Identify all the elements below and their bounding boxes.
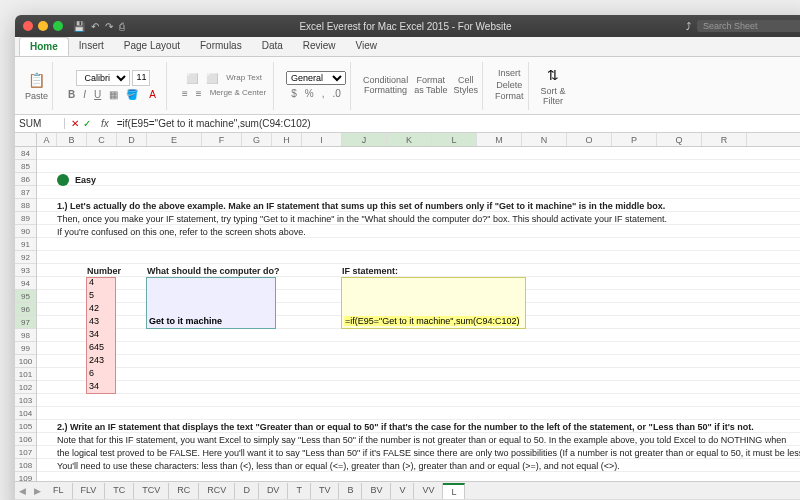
number-cell[interactable]: 42 [89,303,99,313]
border-button[interactable]: ▦ [106,88,121,101]
column-header[interactable]: P [612,133,657,146]
font-size-select[interactable]: 11 [132,70,150,86]
column-header[interactable]: F [202,133,242,146]
minimize-icon[interactable] [38,21,48,31]
search-sheet-input[interactable]: Search Sheet [697,20,800,32]
row-header[interactable]: 104 [15,407,36,420]
currency-icon[interactable]: $ [288,87,300,100]
cancel-formula-icon[interactable]: ✕ [71,118,79,129]
row-header[interactable]: 93 [15,264,36,277]
number-cell[interactable]: 243 [89,355,104,365]
row-header[interactable]: 94 [15,277,36,290]
row-header[interactable]: 101 [15,368,36,381]
paste-icon[interactable]: 📋 [27,70,47,90]
share-icon[interactable]: ⤴ [686,21,691,32]
row-header[interactable]: 107 [15,446,36,459]
row-header[interactable]: 92 [15,251,36,264]
font-name-select[interactable]: Calibri [76,70,130,86]
sort-filter-button[interactable]: Sort & Filter [541,87,566,107]
align-left-icon[interactable]: ≡ [179,87,191,100]
formula-input[interactable]: =if(E95="Get to it machine",sum(C94:C102… [113,118,800,129]
row-header[interactable]: 98 [15,329,36,342]
maximize-icon[interactable] [53,21,63,31]
row-header[interactable]: 103 [15,394,36,407]
row-header[interactable]: 91 [15,238,36,251]
row-header[interactable]: 109 [15,472,36,481]
sheet-tab[interactable]: B [339,483,362,499]
row-header[interactable]: 95 [15,290,36,303]
row-header[interactable]: 85 [15,160,36,173]
conditional-formatting-button[interactable]: Conditional Formatting [363,76,408,96]
save-icon[interactable]: 💾 [73,21,85,32]
cell-styles-button[interactable]: Cell Styles [453,76,478,96]
comma-icon[interactable]: , [319,87,328,100]
sheet-tab[interactable]: BV [362,483,391,499]
tab-nav-prev[interactable]: ◀ [15,486,30,496]
align-mid-icon[interactable]: ⬜ [203,72,221,85]
row-header[interactable]: 106 [15,433,36,446]
print-icon[interactable]: ⎙ [119,21,125,32]
column-header[interactable]: I [302,133,342,146]
number-cell[interactable]: 43 [89,316,99,326]
sort-filter-icon[interactable]: ⇅ [543,65,563,85]
merge-center-button[interactable]: Merge & Center [207,87,269,100]
number-cell[interactable]: 645 [89,342,104,352]
column-header[interactable]: E [147,133,202,146]
sheet-tab[interactable]: T [288,483,311,499]
column-header[interactable]: A [37,133,57,146]
column-header[interactable]: N [522,133,567,146]
tab-page-layout[interactable]: Page Layout [114,37,190,56]
row-header[interactable]: 102 [15,381,36,394]
increase-decimal-icon[interactable]: .0 [330,87,344,100]
column-header[interactable]: H [272,133,302,146]
sheet-tab[interactable]: TC [105,483,134,499]
underline-button[interactable]: U [91,88,104,101]
row-header[interactable]: 108 [15,459,36,472]
column-header[interactable]: G [242,133,272,146]
column-header[interactable]: J [342,133,387,146]
percent-icon[interactable]: % [302,87,317,100]
font-color-button[interactable]: A [143,88,162,101]
column-header[interactable]: B [57,133,87,146]
sheet-tab[interactable]: RCV [199,483,235,499]
format-as-table-button[interactable]: Format as Table [414,76,447,96]
tab-formulas[interactable]: Formulas [190,37,252,56]
row-header[interactable]: 100 [15,355,36,368]
align-center-icon[interactable]: ≡ [193,87,205,100]
row-header[interactable]: 88 [15,199,36,212]
tab-insert[interactable]: Insert [69,37,114,56]
fill-color-button[interactable]: 🪣 [123,88,141,101]
row-header[interactable]: 90 [15,225,36,238]
row-header[interactable]: 86 [15,173,36,186]
sheet-tab[interactable]: FLV [73,483,106,499]
cells[interactable]: Easy1.) Let's actually do the above exam… [37,147,800,481]
sheet-tab[interactable]: L [443,483,465,499]
number-cell[interactable]: 34 [89,381,99,391]
row-header[interactable]: 96 [15,303,36,316]
italic-button[interactable]: I [80,88,89,101]
row-header[interactable]: 84 [15,147,36,160]
number-cell[interactable]: 5 [89,290,94,300]
sheet-tab[interactable]: DV [259,483,289,499]
sheet-tab[interactable]: RC [169,483,199,499]
accept-formula-icon[interactable]: ✓ [83,118,91,129]
tab-view[interactable]: View [346,37,388,56]
undo-icon[interactable]: ↶ [91,21,99,32]
number-cell[interactable]: 6 [89,368,94,378]
column-header[interactable]: L [432,133,477,146]
bold-button[interactable]: B [65,88,78,101]
column-header[interactable]: K [387,133,432,146]
tab-nav-next[interactable]: ▶ [30,486,45,496]
wrap-text-button[interactable]: Wrap Text [223,72,265,85]
column-header[interactable]: M [477,133,522,146]
column-header[interactable]: C [87,133,117,146]
fx-label[interactable]: fx [97,118,113,129]
row-header[interactable]: 97 [15,316,36,329]
align-top-icon[interactable]: ⬜ [183,72,201,85]
sheet-tab[interactable]: V [391,483,414,499]
tab-review[interactable]: Review [293,37,346,56]
close-icon[interactable] [23,21,33,31]
column-header[interactable]: O [567,133,612,146]
name-box[interactable]: SUM [15,118,65,129]
paste-button[interactable]: Paste [25,92,48,102]
